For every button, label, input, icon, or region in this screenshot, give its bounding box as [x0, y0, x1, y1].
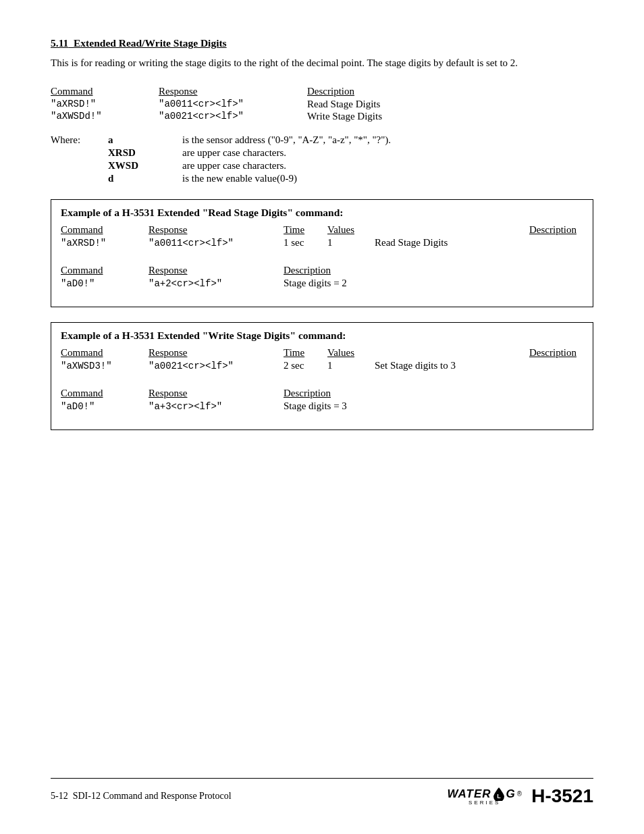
footer-right: WATER L G ® SERIES H-3521: [447, 785, 593, 807]
footer-content: 5-12 SDI-12 Command and Response Protoco…: [51, 785, 593, 807]
example2-table2: Command Response Description "aD0!" "a+3…: [61, 388, 583, 412]
footer-left: 5-12 SDI-12 Command and Response Protoco…: [51, 791, 232, 802]
table-row: "aXRSD!" "a0011<cr><lf>" Read Stage Digi…: [51, 99, 593, 110]
logo-reg: ®: [517, 790, 522, 798]
example2-table2-header: Command Response Description: [61, 388, 583, 399]
plain-commands-table: Command Response Description "aXRSD!" "a…: [51, 86, 593, 122]
footer-divider: [51, 778, 593, 779]
page-number: 5-12: [51, 791, 68, 801]
waterlog-logo: WATER L G ® SERIES: [447, 787, 522, 806]
drop-icon: L: [493, 787, 504, 801]
doc-title: SDI-12 Command and Response Protocol: [73, 791, 232, 801]
example1-title: Example of a H-3531 Extended "Read Stage…: [61, 207, 583, 219]
example1-box: Example of a H-3531 Extended "Read Stage…: [51, 199, 593, 307]
table-row: "aXWSDd!" "a0021<cr><lf>" Write Stage Di…: [51, 111, 593, 122]
table-row: "aD0!" "a+2<cr><lf>" Stage digits = 2: [61, 278, 583, 289]
example2-box: Example of a H-3531 Extended "Write Stag…: [51, 322, 593, 430]
example1-table1-header: Command Response Time Values Description: [61, 224, 583, 236]
table-row: "aXWSD3!" "a0021<cr><lf>" 2 sec 1 Set St…: [61, 360, 583, 371]
plain-commands-header: Command Response Description: [51, 86, 593, 97]
page-content: 5.11 Extended Read/Write Stage Digits Th…: [0, 0, 644, 834]
logo-text: WATER L G ®: [447, 787, 522, 801]
example1-table2: Command Response Description "aD0!" "a+2…: [61, 265, 583, 289]
where-block: Where: a is the sensor address ("0-9", "…: [51, 134, 593, 184]
where-row-d: d is the new enable value(0-9): [51, 173, 593, 184]
where-row-xwsd: XWSD are upper case characters.: [51, 160, 593, 172]
intro-text: This is for reading or writing the stage…: [51, 56, 593, 71]
example1-table2-header: Command Response Description: [61, 265, 583, 276]
table-row: "aD0!" "a+3<cr><lf>" Stage digits = 3: [61, 400, 583, 412]
logo-series: SERIES: [468, 800, 500, 806]
svg-text:L: L: [497, 793, 501, 800]
table-row: "aXRSD!" "a0011<cr><lf>" 1 sec 1 Read St…: [61, 237, 583, 249]
section-title: 5.11 Extended Read/Write Stage Digits: [51, 37, 593, 49]
example2-table1-header: Command Response Time Values Description: [61, 347, 583, 359]
where-row-xrsd: XRSD are upper case characters.: [51, 147, 593, 159]
footer: 5-12 SDI-12 Command and Response Protoco…: [0, 778, 644, 807]
example2-title: Example of a H-3531 Extended "Write Stag…: [61, 330, 583, 342]
logo-log: G: [506, 787, 516, 801]
model-number: H-3521: [531, 785, 593, 807]
example1-table1: Command Response Time Values Description…: [61, 224, 583, 249]
example2-table1: Command Response Time Values Description…: [61, 347, 583, 371]
logo-water: WATER: [447, 787, 491, 801]
where-row-a: Where: a is the sensor address ("0-9", "…: [51, 134, 593, 146]
